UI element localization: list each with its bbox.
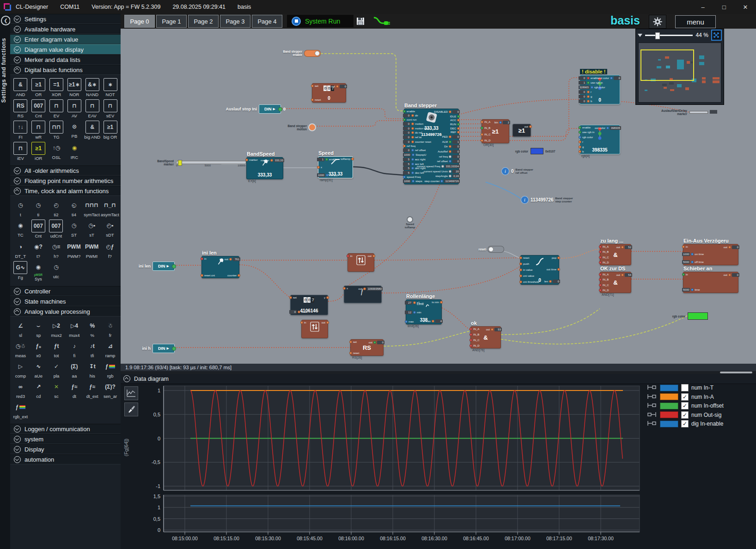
pin-dot[interactable] [317, 166, 320, 169]
pin-dot[interactable] [343, 287, 346, 290]
mini-slider[interactable]: AuslaufStartDelay marker [689, 111, 708, 114]
palette-item-udcnt[interactable]: 007udCnt [47, 220, 65, 238]
node-scurve[interactable]: 0resetpushin valuecnt valuecnt threshold… [520, 255, 559, 285]
pin-reset[interactable]: reset [349, 352, 359, 354]
pin-dot[interactable] [411, 163, 414, 165]
pin-on-time[interactable]: 1000on time [682, 252, 704, 256]
palette-item-ti2[interactable]: ◴ti2 [47, 199, 65, 217]
palette-item-nand[interactable]: &∗NAND [83, 78, 101, 97]
pin-dot[interactable] [363, 287, 366, 290]
pin-dot[interactable] [469, 339, 472, 342]
pin-dot[interactable] [403, 145, 406, 147]
pin-in[interactable]: in [682, 245, 688, 248]
palette-item-cnt[interactable]: 007Cnt [30, 99, 48, 118]
pin-dot[interactable] [621, 274, 624, 276]
palette-item-sl[interactable]: ∠sl [12, 320, 30, 338]
pin-time[interactable]: 5000time [682, 288, 700, 292]
toggle-on[interactable]: Band stepper enable [304, 50, 321, 57]
pin-dot[interactable] [491, 328, 494, 331]
pin-dot[interactable] [457, 127, 460, 130]
save-button[interactable] [354, 15, 367, 27]
pin-dot[interactable] [599, 250, 602, 253]
chevron-down-icon[interactable] [14, 446, 21, 453]
pin-dot[interactable] [519, 256, 522, 259]
palette-item-fg[interactable]: G∿Fg [12, 261, 30, 281]
palette-item-wr[interactable]: ⊓wR [30, 121, 48, 140]
color-swatch[interactable]: rgb color0x0107 [530, 148, 555, 154]
pin-out[interactable]: out [524, 125, 532, 128]
pin-dot[interactable] [457, 119, 460, 122]
pin-in-d[interactable]: IN_D [481, 139, 491, 142]
pin-ramp[interactable]: 1000ramp [317, 173, 336, 177]
palette-item-nor[interactable]: ≥1∗NOR [65, 78, 83, 97]
pin-dot[interactable] [449, 145, 451, 148]
pin-dir[interactable]: Dir0 [444, 145, 460, 148]
toggle-knob[interactable] [488, 247, 494, 252]
pin-dot[interactable] [519, 281, 522, 283]
pin-dot[interactable] [599, 284, 602, 287]
slider-track[interactable] [176, 161, 246, 164]
pin-ref-freq[interactable]: ref freq [403, 145, 415, 147]
palette-item-ti[interactable]: ◷ti [30, 199, 48, 217]
pin-dot[interactable] [411, 149, 414, 152]
pin-dot[interactable] [440, 180, 443, 183]
pin-dot[interactable] [449, 110, 451, 113]
pin-x[interactable]: x [317, 166, 322, 169]
node-schieber-an[interactable]: Schieber anin5000timeout0 [683, 272, 738, 293]
palette-item-rgb-ext[interactable]: ƒrgb_ext [12, 401, 30, 419]
palette-item-pwm-[interactable]: PWMPWM? [65, 241, 83, 259]
tab-page-1[interactable]: Page 1 [156, 15, 187, 28]
pin-dot[interactable] [519, 274, 522, 277]
pin-dot[interactable] [411, 167, 414, 170]
pin-dot[interactable] [481, 139, 483, 142]
pin-in-value[interactable]: in value [519, 268, 533, 271]
pin-out[interactable]: out [322, 321, 329, 324]
sidebar-collapse-button[interactable]: ❮ [1, 16, 11, 25]
legend-checkbox[interactable]: ✓ [681, 411, 689, 419]
pin-dot[interactable] [449, 160, 451, 163]
palette-item-ior[interactable]: ≥1iOR [30, 142, 48, 161]
node-ok-zur-ds[interactable]: OK zur DSAND[71]&IN_AIN_BIN_CIN_Dout54 [600, 272, 631, 293]
chevron-down-icon[interactable] [14, 167, 21, 174]
palette-item-sen-ar[interactable]: (Σ)?sen_ar [101, 381, 119, 399]
pin-dot[interactable] [411, 114, 414, 117]
pin-run[interactable]: RUN [450, 123, 460, 126]
pin-dot[interactable] [201, 257, 203, 260]
palette-item-cd[interactable]: ↗cd [30, 381, 48, 399]
palette-item-sys[interactable]: ◉µMSRSys [30, 261, 48, 281]
sidebar-section-controller[interactable]: Controller [10, 286, 121, 296]
pin-dot[interactable] [599, 273, 602, 276]
pin-dot[interactable] [449, 155, 451, 158]
pin-in-c[interactable]: IN_C [481, 133, 491, 136]
pin-dot[interactable] [412, 153, 415, 156]
node-RS[interactable]: RS[26]RSsetresetout0 [350, 339, 384, 356]
pin-in-c[interactable]: IN_C [599, 256, 609, 259]
pin-dot[interactable] [449, 135, 451, 138]
palette-item-aue[interactable]: ∿aUe [30, 360, 48, 378]
palette-item-fi[interactable]: ↑↓FI [12, 121, 30, 140]
data-chart[interactable]: 08:15:00.0008:15:15.0008:15:30.0008:15:4… [143, 384, 644, 546]
chevron-down-icon[interactable] [14, 426, 21, 433]
pin-push[interactable]: push [519, 262, 529, 265]
pin-set[interactable]: set [289, 296, 297, 299]
sidebar-section-state-machines[interactable]: State machines [10, 296, 121, 306]
pin-dot[interactable] [599, 245, 602, 248]
pin-reset-cnt[interactable]: reset cnt [201, 274, 215, 277]
palette-item-comp[interactable]: ▷comp [12, 360, 30, 378]
pin-off-time[interactable]: 5000off time [682, 260, 704, 264]
chart-mode-button[interactable] [124, 386, 138, 400]
pin-toramp[interactable]: toRamp [341, 158, 354, 160]
pin-out[interactable]: out0 [369, 341, 384, 344]
pin-ref-freq[interactable]: ref freq0 [439, 155, 460, 159]
palette-item-mux4[interactable]: ▷4mux4 [65, 320, 83, 338]
palette-item-big-and[interactable]: &big AND [83, 121, 101, 140]
sidebar-section-diagram-value-display[interactable]: Diagram value display [10, 44, 121, 55]
sidebar-section-loggen-communication[interactable]: Loggen / communication [10, 424, 121, 434]
pin-max[interactable]: max [405, 320, 414, 323]
pin-dot[interactable] [278, 107, 282, 111]
pin-ref[interactable]: REF [451, 131, 460, 134]
pin-use-rgb-in[interactable]: use rgb in [579, 131, 594, 134]
node-ein-aus-verz-geru[interactable]: Ein-Aus Verzögeruin1000on time5000off ti… [683, 244, 738, 265]
minimap-dropdown-icon[interactable] [638, 34, 642, 37]
din-block[interactable]: DIN▶ini h [152, 344, 175, 353]
